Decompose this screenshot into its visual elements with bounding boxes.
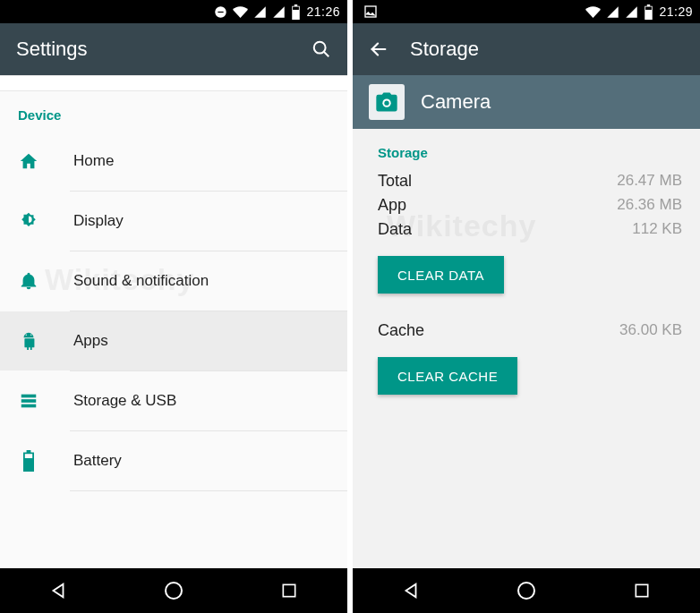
svg-point-16	[518, 583, 534, 599]
nav-back-button[interactable]	[399, 579, 423, 602]
row-label: Total	[378, 172, 412, 191]
nav-home-button[interactable]	[162, 579, 185, 602]
row-app: App 26.36 MB	[378, 193, 682, 217]
status-bar-left: 21:26	[0, 0, 347, 23]
app-info-subheader: Camera	[353, 75, 700, 129]
item-label: Sound & notification	[73, 272, 209, 290]
status-clock: 21:29	[659, 4, 693, 19]
status-clock: 21:26	[306, 4, 340, 19]
svg-rect-2	[294, 6, 300, 9]
appbar-settings: Settings	[0, 23, 347, 75]
row-value: 36.00 KB	[619, 321, 682, 340]
wifi-icon	[233, 4, 248, 20]
svg-line-4	[324, 52, 329, 57]
settings-item-battery[interactable]: Battery	[0, 431, 347, 490]
item-label: Apps	[73, 332, 108, 350]
svg-rect-6	[21, 399, 37, 403]
storage-content: Storage Total 26.47 MB App 26.36 MB Wiki…	[353, 129, 700, 568]
nav-home-button[interactable]	[515, 579, 538, 602]
bell-icon	[18, 270, 39, 292]
settings-item-storage[interactable]: Storage & USB	[0, 371, 347, 430]
svg-rect-17	[636, 584, 648, 596]
svg-point-3	[314, 42, 326, 54]
item-label: Battery	[73, 452, 122, 470]
settings-item-apps[interactable]: Apps	[0, 311, 347, 370]
section-header-storage: Storage	[353, 129, 700, 169]
camera-app-icon	[369, 84, 405, 120]
battery-icon	[644, 4, 653, 20]
home-icon	[18, 150, 39, 172]
item-label: Home	[73, 152, 114, 170]
phone-left-settings: 21:26 Settings Device Home Display Wikit…	[0, 0, 347, 613]
status-bar-right: 21:29	[353, 0, 700, 23]
row-total: Total 26.47 MB	[378, 169, 682, 193]
row-cache: Cache 36.00 KB	[378, 319, 682, 343]
dnd-icon	[214, 5, 227, 19]
signal-icon-1	[253, 5, 267, 19]
svg-rect-10	[284, 584, 295, 596]
appbar-title: Storage	[410, 38, 479, 61]
row-label: App	[378, 196, 406, 215]
svg-rect-7	[21, 404, 37, 408]
signal-icon-2	[625, 5, 638, 19]
phone-right-storage: 21:29 Storage Camera Storage Total 26.47…	[353, 0, 700, 613]
row-value: 112 KB	[632, 220, 682, 239]
brightness-icon	[18, 210, 39, 232]
storage-icon	[18, 390, 39, 412]
row-value: 26.36 MB	[617, 196, 682, 215]
svg-rect-12	[646, 6, 653, 9]
signal-icon-2	[272, 5, 286, 19]
signal-icon-1	[606, 5, 619, 19]
top-spacer	[0, 75, 347, 91]
item-label: Storage & USB	[73, 392, 176, 410]
app-name-label: Camera	[421, 90, 491, 114]
battery-item-icon	[18, 450, 39, 472]
nav-recents-button[interactable]	[630, 579, 653, 602]
svg-rect-5	[21, 395, 37, 398]
svg-rect-1	[218, 11, 224, 12]
appbar-storage: Storage	[353, 23, 700, 75]
svg-point-9	[166, 583, 182, 599]
wifi-icon	[585, 4, 601, 20]
appbar-title: Settings	[16, 38, 88, 61]
svg-rect-8	[25, 454, 32, 458]
row-label: Cache	[378, 321, 424, 340]
settings-item-sound[interactable]: Wikitechy Sound & notification	[0, 251, 347, 311]
battery-icon	[291, 4, 301, 20]
settings-item-home[interactable]: Home	[0, 132, 347, 191]
clear-cache-button[interactable]: CLEAR CACHE	[378, 357, 517, 395]
nav-back-button[interactable]	[47, 579, 70, 602]
row-value: 26.47 MB	[617, 172, 682, 191]
navbar-left	[0, 568, 347, 613]
android-icon	[18, 330, 39, 352]
divider	[70, 490, 347, 491]
back-arrow-icon[interactable]	[369, 39, 388, 59]
row-data: Wikitechy Data 112 KB	[378, 217, 682, 242]
settings-item-display[interactable]: Display	[0, 192, 347, 251]
svg-point-15	[384, 100, 388, 105]
row-label: Data	[378, 220, 412, 239]
section-header-device: Device	[0, 91, 347, 132]
navbar-right	[353, 568, 700, 613]
clear-data-button[interactable]: CLEAR DATA	[378, 256, 504, 294]
image-notification-icon	[363, 4, 378, 19]
item-label: Display	[73, 212, 124, 230]
nav-recents-button[interactable]	[277, 579, 301, 602]
settings-content: Device Home Display Wikitechy Sound & no…	[0, 75, 347, 568]
search-icon[interactable]	[312, 39, 331, 59]
